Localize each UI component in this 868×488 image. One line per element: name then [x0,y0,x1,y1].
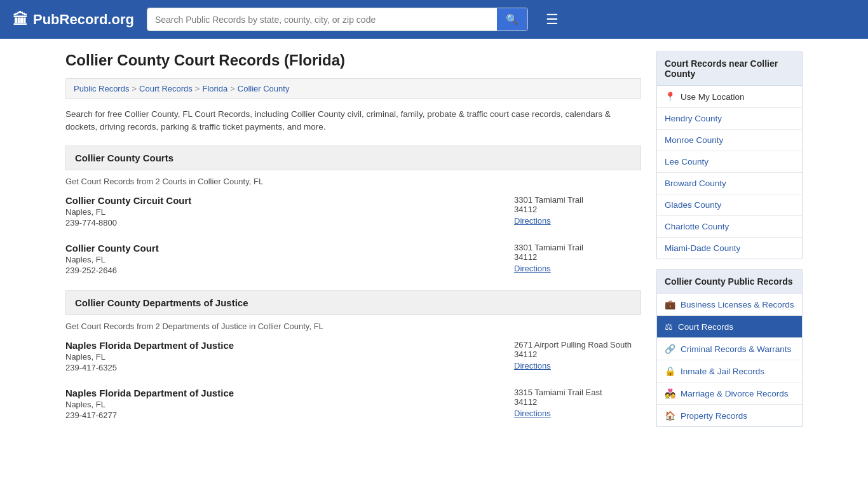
doj-name-2: Naples Florida Department of Justice [65,388,495,398]
doj-section-header: Collier County Departments of Justice [65,290,641,315]
use-my-location-label: Use My Location [681,92,745,102]
court-phone-1: 239-774-8800 [65,218,495,227]
nearby-broward-label: Broward County [665,179,726,188]
logo-icon: 🏛 [13,11,28,29]
page-title: Collier County Court Records (Florida) [65,51,641,69]
pr-court-records-label: Court Records [678,322,733,332]
court-address-2: 3301 Tamiami Trail [514,243,641,252]
doj-phone-2: 239-417-6277 [65,410,495,420]
pr-marriage-records-label: Marriage & Divorce Records [681,389,789,398]
doj-directions-1[interactable]: Directions [514,361,551,370]
nearby-charlotte[interactable]: Charlotte County [657,216,802,238]
court-name-1: Collier County Circuit Court [65,195,495,206]
search-input[interactable] [147,8,497,30]
menu-icon[interactable]: ☰ [546,11,559,28]
public-records-section-title: Collier County Public Records [656,269,803,294]
criminal-icon: 🔗 [665,344,675,354]
court-icon: ⚖ [665,322,673,332]
marriage-icon: 💑 [665,388,675,398]
nearby-miami-dade-label: Miami-Dade County [665,243,740,253]
nearby-charlotte-label: Charlotte County [665,222,729,231]
doj-entry-2: Naples Florida Department of Justice Nap… [65,388,641,423]
nearby-hendry-label: Hendry County [665,114,722,123]
court-zip-2: 34112 [514,252,641,262]
property-icon: 🏠 [665,410,675,421]
court-address-1: 3301 Tamiami Trail [514,195,641,205]
pr-criminal-records[interactable]: 🔗 Criminal Records & Warrants [657,338,802,360]
doj-phone-1: 239-417-6325 [65,363,495,372]
breadcrumb: Public Records > Court Records > Florida… [65,78,641,99]
court-city-1: Naples, FL [65,207,495,217]
main-content: Collier County Court Records (Florida) P… [65,51,641,437]
location-icon: 📍 [665,92,675,102]
doj-section-desc: Get Court Records from 2 Departments of … [65,322,641,331]
doj-zip-1: 34112 [514,349,641,359]
nearby-broward[interactable]: Broward County [657,173,802,194]
doj-address-1: 2671 Airport Pulling Road South [514,340,641,349]
doj-city-2: Naples, FL [65,400,495,409]
court-phone-2: 239-252-2646 [65,266,495,275]
nearby-monroe[interactable]: Monroe County [657,130,802,151]
court-zip-1: 34112 [514,205,641,214]
breadcrumb-court-records[interactable]: Court Records [139,84,193,93]
nearby-lee-label: Lee County [665,157,709,166]
nearby-lee[interactable]: Lee County [657,151,802,173]
breadcrumb-collier-county[interactable]: Collier County [238,84,290,93]
breadcrumb-florida[interactable]: Florida [202,84,227,93]
pr-inmate-records[interactable]: 🔒 Inmate & Jail Records [657,360,802,383]
doj-city-1: Naples, FL [65,352,495,362]
court-directions-2[interactable]: Directions [514,264,551,273]
doj-entry-1: Naples Florida Department of Justice Nap… [65,340,641,375]
public-records-list: 💼 Business Licenses & Records ⚖ Court Re… [656,294,803,427]
doj-address-2: 3315 Tamiami Trail East [514,388,641,397]
site-logo[interactable]: 🏛 PubRecord.org [13,11,134,29]
pr-inmate-records-label: Inmate & Jail Records [681,367,764,376]
court-entry-2: Collier County Court Naples, FL 239-252-… [65,243,641,278]
pr-property-records-label: Property Records [681,411,747,421]
nearby-miami-dade[interactable]: Miami-Dade County [657,238,802,259]
doj-directions-2[interactable]: Directions [514,409,551,418]
pr-property-records[interactable]: 🏠 Property Records [657,405,802,426]
pr-marriage-records[interactable]: 💑 Marriage & Divorce Records [657,383,802,405]
page-description: Search for free Collier County, FL Court… [65,108,641,134]
court-name-2: Collier County Court [65,243,495,254]
inmate-icon: 🔒 [665,366,675,376]
court-city-2: Naples, FL [65,255,495,264]
search-bar: 🔍 [147,8,528,31]
search-button[interactable]: 🔍 [497,8,527,30]
court-directions-1[interactable]: Directions [514,216,551,226]
nearby-section-title: Court Records near Collier County [656,51,803,86]
pr-court-records[interactable]: ⚖ Court Records [657,316,802,338]
nearby-glades-label: Glades County [665,200,721,210]
nearby-glades[interactable]: Glades County [657,194,802,216]
nearby-monroe-label: Monroe County [665,135,723,145]
page-wrapper: Collier County Court Records (Florida) P… [53,39,815,450]
nearby-hendry[interactable]: Hendry County [657,108,802,130]
doj-zip-2: 34112 [514,397,641,407]
site-header: 🏛 PubRecord.org 🔍 ☰ [0,0,868,39]
logo-text: PubRecord.org [33,11,134,28]
court-entry-1: Collier County Circuit Court Naples, FL … [65,195,641,230]
business-icon: 💼 [665,299,675,309]
pr-business-licenses[interactable]: 💼 Business Licenses & Records [657,294,802,316]
use-my-location[interactable]: 📍 Use My Location [657,86,802,108]
pr-business-licenses-label: Business Licenses & Records [681,300,794,309]
sidebar: Court Records near Collier County 📍 Use … [656,51,803,437]
pr-criminal-records-label: Criminal Records & Warrants [681,344,791,354]
doj-name-1: Naples Florida Department of Justice [65,340,495,351]
courts-section-desc: Get Court Records from 2 Courts in Colli… [65,177,641,186]
courts-section-header: Collier County Courts [65,146,641,170]
nearby-list: 📍 Use My Location Hendry County Monroe C… [656,86,803,259]
breadcrumb-public-records[interactable]: Public Records [74,84,129,93]
